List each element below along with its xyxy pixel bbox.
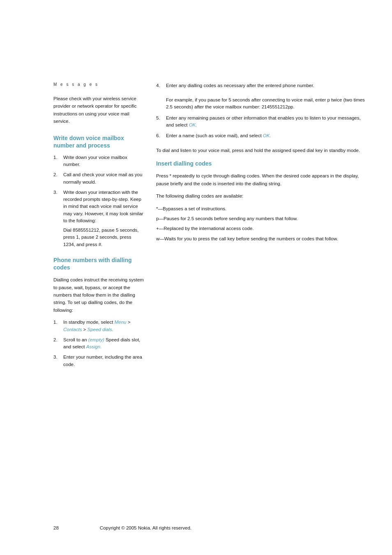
list-content: Enter a name (such as voice mail), and s…	[166, 132, 367, 139]
list-number: 1.	[53, 154, 60, 168]
section-label: M e s s a g e s	[53, 82, 144, 87]
list-number: 2.	[53, 171, 60, 186]
ok-link-6: OK.	[263, 133, 271, 138]
step3-text: Write down your interaction with the rec…	[63, 190, 143, 223]
dial-example: Dial 8585551212, pause 5 seconds, press …	[63, 227, 144, 248]
list-item: 2. Scroll to an (empty) Speed dials slot…	[53, 336, 144, 351]
footer: 28 Copyright © 2005 Nokia. All rights re…	[53, 525, 367, 530]
section1-title: Write down voice mailbox number and proc…	[53, 134, 144, 149]
list-number: 3.	[53, 189, 60, 248]
list-content: Write down your voice mailbox number.	[63, 154, 144, 168]
footer-copyright: Copyright © 2005 Nokia. All rights reser…	[100, 525, 191, 530]
section2-list: 1. In standby mode, select Menu > Contac…	[53, 319, 144, 368]
right-steps-list: 4. Enter any dialling codes as necessary…	[156, 82, 367, 139]
ok-link-5: OK.	[189, 122, 197, 127]
list-content: Enter any remaining pauses or other info…	[166, 115, 367, 129]
section3: Insert dialling codes Press * repeatedly…	[156, 160, 367, 242]
menu-link: Menu	[115, 320, 127, 325]
section2-title: Phone numbers with dialling codes	[53, 256, 144, 271]
section3-title: Insert dialling codes	[156, 160, 367, 167]
section1-list: 1. Write down your voice mailbox number.…	[53, 154, 144, 248]
list-item: 5. Enter any remaining pauses or other i…	[156, 115, 367, 129]
speed-dials-link: Speed dials.	[88, 327, 113, 332]
list-number: 3.	[53, 354, 60, 368]
section3-intro: Press * repeatedly to cycle through dial…	[156, 172, 367, 187]
left-column: M e s s a g e s Please check with your w…	[53, 82, 144, 375]
list-content: Enter your number, including the area co…	[63, 354, 144, 368]
step4-text: Enter any dialling codes as necessary af…	[166, 83, 314, 88]
assign-link: Assign.	[86, 344, 102, 349]
list-item: 1. Write down your voice mailbox number.	[53, 154, 144, 168]
right-column: 4. Enter any dialling codes as necessary…	[156, 82, 367, 375]
list-item: 4. Enter any dialling codes as necessary…	[156, 82, 367, 111]
list-item: *—Bypasses a set of instructions.	[156, 205, 367, 212]
list-content: Scroll to an (empty) Speed dials slot, a…	[63, 336, 144, 351]
list-content: Enter any dialling codes as necessary af…	[166, 82, 367, 111]
step4-example: For example, if you pause for 5 seconds …	[166, 97, 365, 109]
list-item: w—Waits for you to press the call key be…	[156, 235, 367, 242]
list-content: Call and check your voice mail as you no…	[63, 171, 144, 186]
list-item: 1. In standby mode, select Menu > Contac…	[53, 319, 144, 333]
list-number: 1.	[53, 319, 60, 333]
section2-intro: Dialling codes instruct the receiving sy…	[53, 276, 144, 314]
empty-link: (empty)	[88, 337, 104, 342]
intro-text: Please check with your wireless service …	[53, 95, 144, 125]
list-item: +—Replaced by the international access c…	[156, 225, 367, 232]
codes-list: *—Bypasses a set of instructions. p—Paus…	[156, 205, 367, 243]
page-number: 28	[53, 525, 59, 530]
list-item: 3. Enter your number, including the area…	[53, 354, 144, 368]
list-number: 4.	[156, 82, 163, 111]
list-number: 6.	[156, 132, 163, 139]
section2: Phone numbers with dialling codes Dialli…	[53, 256, 144, 368]
list-item: 2. Call and check your voice mail as you…	[53, 171, 144, 186]
list-content: In standby mode, select Menu > Contacts …	[63, 319, 144, 333]
list-number: 5.	[156, 115, 163, 129]
page: M e s s a g e s Please check with your w…	[0, 0, 392, 555]
list-item: 6. Enter a name (such as voice mail), an…	[156, 132, 367, 139]
dial-instructions: To dial and listen to your voice mail, p…	[156, 147, 367, 154]
list-number: 2.	[53, 336, 60, 351]
list-item: 3. Write down your interaction with the …	[53, 189, 144, 248]
section1: Write down voice mailbox number and proc…	[53, 134, 144, 248]
list-item: p—Pauses for 2.5 seconds before sending …	[156, 215, 367, 222]
contacts-link: Contacts	[63, 327, 82, 332]
list-content: Write down your interaction with the rec…	[63, 189, 144, 248]
available-label: The following dialling codes are availab…	[156, 192, 367, 200]
